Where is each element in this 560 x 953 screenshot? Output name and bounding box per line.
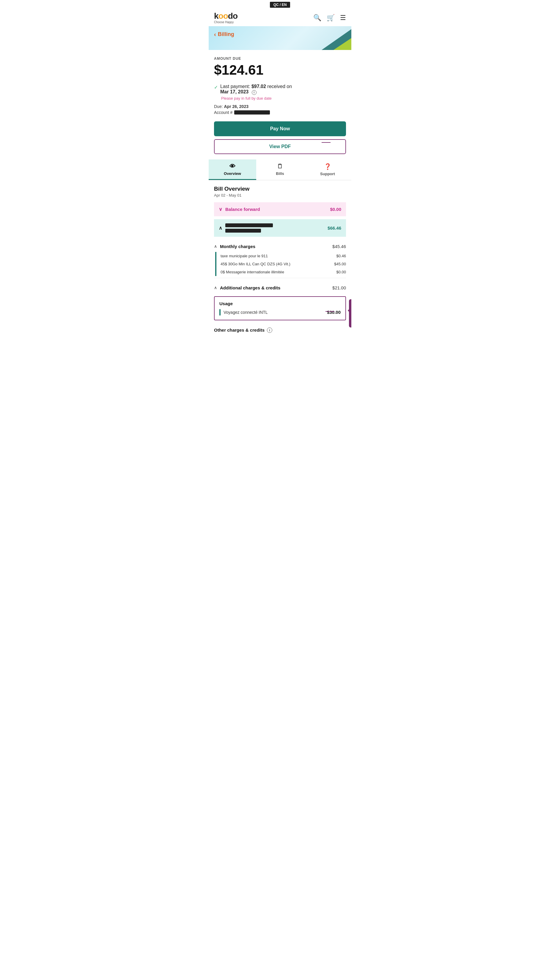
payment-info-section: ✓ Last payment: $97.02 received on Mar 1… (209, 81, 351, 116)
tab-support[interactable]: ❓ Support (304, 160, 351, 180)
balance-forward-accordion: ∨ Balance forward $0.00 (214, 202, 346, 216)
view-pdf-tooltip-dash (322, 142, 331, 143)
tab-overview-label: Overview (224, 171, 241, 176)
monthly-charges-items: taxe municipale pour le 911 $0.46 45$ 30… (215, 252, 346, 276)
due-date-row: Due: Apr 26, 2023 (214, 104, 346, 109)
amount-due-label: AMOUNT DUE (214, 56, 346, 61)
account-accordion: ∧ $66.46 (214, 219, 346, 237)
bill-overview-section: Bill Overview Apr 02 - May 01 (209, 180, 351, 199)
balance-forward-header[interactable]: ∨ Balance forward $0.00 (214, 202, 346, 216)
last-payment-amount: $97.02 (251, 84, 266, 89)
usage-box-wrapper: Usage Voyagez connecté INTL $30.00 This … (214, 296, 346, 320)
account-header[interactable]: ∧ $66.46 (214, 219, 346, 237)
other-charges-row: Other charges & credits i (214, 323, 346, 335)
additional-charges-header[interactable]: ∧ Additional charges & credits $21.00 (214, 282, 346, 293)
line-item-label: 45$ 30Go Min ILL Can QC DZS (4G Vit.) (221, 262, 332, 266)
additional-charges-header-left: ∧ Additional charges & credits (214, 285, 280, 290)
account-name-redacted (225, 224, 328, 233)
last-payment-date: Mar 17, 2023 (220, 89, 249, 94)
account-chevron-icon: ∧ (219, 225, 222, 231)
menu-icon[interactable]: ☰ (340, 14, 346, 22)
monthly-charges-header[interactable]: ∧ Monthly charges $45.46 (214, 241, 346, 252)
tab-support-label: Support (320, 172, 335, 176)
usage-tooltip: This is where Easy Roam charges will app… (349, 299, 351, 328)
info-icon: i (252, 90, 257, 95)
usage-box: Usage Voyagez connecté INTL $30.00 (214, 296, 346, 320)
balance-forward-chevron-icon: ∨ (219, 206, 222, 212)
balance-forward-label: Balance forward (225, 207, 330, 212)
additional-charges-title: Additional charges & credits (220, 285, 280, 290)
line-item-amount: $45.00 (334, 262, 346, 266)
redacted-line-2 (225, 229, 261, 233)
additional-charges-chevron-icon: ∧ (214, 285, 217, 290)
account-prefix: Account # (214, 110, 232, 115)
pay-now-button[interactable]: Pay Now (214, 121, 346, 136)
cart-icon[interactable]: 🛒 (326, 14, 335, 22)
line-item: 45$ 30Go Min ILL Can QC DZS (4G Vit.) $4… (221, 260, 346, 268)
logo: koodo (214, 12, 238, 20)
buttons-section: Pay Now View PDF Select "View PDF" to do… (209, 116, 351, 157)
logo-tagline: Choose Happy (214, 20, 238, 24)
amount-due-section: AMOUNT DUE $124.61 (209, 50, 351, 81)
usage-item-label: Voyagez connecté INTL (224, 310, 324, 315)
account-row: Account # (214, 110, 346, 115)
additional-charges-amount: $21.00 (332, 285, 346, 290)
additional-charges-group: ∧ Additional charges & credits $21.00 Us… (214, 282, 346, 320)
tabs-bar: 👁 Overview 🗒 Bills ❓ Support (209, 160, 351, 180)
due-prefix: Due: (214, 104, 223, 109)
header: koodo Choose Happy 🔍 🛒 ☰ (209, 9, 351, 26)
line-item-amount: $0.00 (336, 270, 346, 274)
bill-overview-title: Bill Overview (214, 186, 346, 192)
account-number-redacted (234, 110, 270, 115)
checkmark-icon: ✓ (214, 84, 218, 90)
line-item-label: 0$ Messagerie internationale illimitée (221, 270, 334, 274)
bill-overview-date: Apr 02 - May 01 (214, 193, 346, 197)
tab-overview[interactable]: 👁 Overview (209, 160, 256, 180)
charges-section: ∧ Monthly charges $45.46 taxe municipale… (209, 241, 351, 335)
billing-banner: ‹ Billing (209, 26, 351, 50)
balance-forward-amount: $0.00 (330, 207, 341, 212)
other-charges-info-icon[interactable]: i (267, 327, 272, 333)
last-payment-suffix: received on (267, 84, 292, 89)
billing-back-label: Billing (218, 31, 234, 37)
last-payment-prefix: Last payment: (220, 84, 250, 89)
overview-icon: 👁 (229, 163, 235, 170)
usage-box-title: Usage (220, 301, 340, 306)
last-payment-text: Last payment: $97.02 received on Mar 17,… (220, 84, 292, 95)
line-item-amount: $0.46 (336, 254, 346, 258)
amount-due-value: $124.61 (214, 62, 346, 78)
usage-item-amount: $30.00 (327, 310, 340, 315)
back-chevron-icon: ‹ (214, 31, 216, 38)
header-icons: 🔍 🛒 ☰ (313, 14, 346, 22)
monthly-charges-chevron-icon: ∧ (214, 244, 217, 249)
redacted-line-1 (225, 224, 273, 227)
bills-icon: 🗒 (277, 163, 283, 170)
last-payment-row: ✓ Last payment: $97.02 received on Mar 1… (214, 84, 346, 95)
tab-bills[interactable]: 🗒 Bills (256, 160, 304, 180)
top-bar: QC / EN (209, 0, 351, 9)
view-pdf-button[interactable]: View PDF (214, 139, 346, 154)
monthly-charges-amount: $45.46 (332, 244, 346, 249)
line-item: 0$ Messagerie internationale illimitée $… (221, 268, 346, 276)
search-icon[interactable]: 🔍 (313, 14, 321, 22)
monthly-charges-title: Monthly charges (220, 244, 255, 249)
locale-badge[interactable]: QC / EN (270, 2, 291, 8)
usage-line-item: Voyagez connecté INTL $30.00 (220, 309, 340, 315)
usage-bar-indicator (220, 309, 221, 315)
due-date: Apr 26, 2023 (224, 104, 249, 109)
usage-tooltip-dash (325, 311, 334, 312)
line-item-label: taxe municipale pour le 911 (221, 254, 334, 258)
line-item: taxe municipale pour le 911 $0.46 (221, 252, 346, 260)
logo-area: koodo Choose Happy (214, 12, 238, 24)
monthly-charges-group: ∧ Monthly charges $45.46 taxe municipale… (214, 241, 346, 276)
pay-full-notice: Please pay in full by due date (221, 96, 346, 101)
tab-bills-label: Bills (276, 171, 284, 176)
monthly-charges-header-left: ∧ Monthly charges (214, 244, 255, 249)
other-charges-label: Other charges & credits (214, 327, 265, 332)
banner-decoration (304, 29, 351, 50)
account-amount: $66.46 (328, 225, 341, 231)
support-icon: ❓ (324, 163, 331, 170)
